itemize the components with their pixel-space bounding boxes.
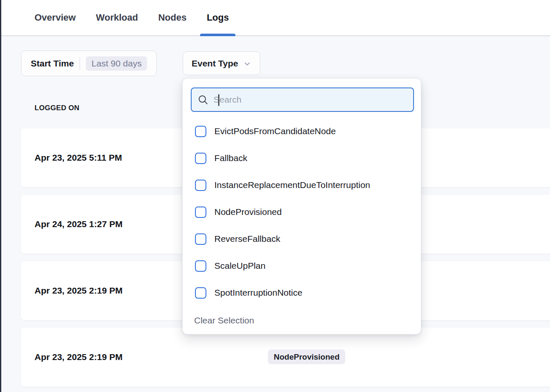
- start-time-value: Last 90 days: [86, 56, 147, 71]
- event-type-label: Event Type: [192, 58, 238, 69]
- filter-divider: [80, 57, 80, 70]
- option-evictpodsfromcandidatenode[interactable]: EvictPodsFromCandidateNode: [183, 118, 421, 145]
- tab-nodes[interactable]: Nodes: [152, 0, 193, 35]
- column-header-logged-on: LOGGED ON: [35, 104, 80, 112]
- option-label: NodeProvisioned: [214, 207, 282, 217]
- option-checkbox[interactable]: [195, 233, 206, 245]
- start-time-filter[interactable]: Start Time Last 90 days: [21, 50, 157, 76]
- option-label: Fallback: [214, 153, 247, 163]
- option-spotinterruptionnotice[interactable]: SpotInterruptionNotice: [183, 279, 421, 306]
- tab-overview[interactable]: Overview: [28, 0, 83, 35]
- option-label: EvictPodsFromCandidateNode: [214, 126, 336, 136]
- option-checkbox[interactable]: [195, 260, 206, 272]
- option-instancereplacementduetointerruption[interactable]: InstanceReplacementDueToInterruption: [183, 172, 421, 199]
- search-input[interactable]: [208, 88, 413, 111]
- option-fallback[interactable]: Fallback: [183, 145, 421, 172]
- event-type-options: EvictPodsFromCandidateNode Fallback Inst…: [183, 118, 421, 306]
- logged-on-value: Apr 23, 2025 5:11 PM: [35, 153, 122, 163]
- option-checkbox[interactable]: [195, 126, 206, 137]
- logs-page: Overview Workload Nodes Logs Start Time …: [0, 0, 550, 392]
- tab-overview-label: Overview: [35, 12, 76, 23]
- tab-logs[interactable]: Logs: [200, 0, 236, 35]
- option-nodeprovisioned[interactable]: NodeProvisioned: [183, 199, 421, 225]
- event-type-dropdown: EvictPodsFromCandidateNode Fallback Inst…: [182, 78, 421, 334]
- table-row[interactable]: Apr 23, 2025 2:19 PM NodeProvisioned: [21, 328, 550, 387]
- logged-on-value: Apr 23, 2025 2:19 PM: [35, 352, 123, 362]
- dropdown-search[interactable]: [191, 87, 414, 112]
- tab-logs-label: Logs: [207, 12, 229, 23]
- option-label: SpotInterruptionNotice: [214, 288, 302, 298]
- active-tab-indicator: [200, 34, 236, 36]
- option-checkbox[interactable]: [195, 287, 206, 299]
- tab-nodes-label: Nodes: [158, 12, 187, 23]
- clear-selection-button[interactable]: Clear Selection: [194, 315, 254, 326]
- option-checkbox[interactable]: [195, 180, 206, 191]
- logged-on-value: Apr 24, 2025 1:27 PM: [35, 219, 123, 229]
- tab-workload[interactable]: Workload: [89, 0, 145, 35]
- option-label: InstanceReplacementDueToInterruption: [214, 180, 370, 190]
- option-checkbox[interactable]: [195, 207, 206, 218]
- text-cursor: [218, 94, 219, 106]
- search-icon: [198, 94, 208, 105]
- option-scaleupplan[interactable]: ScaleUpPlan: [183, 252, 421, 279]
- option-checkbox[interactable]: [195, 153, 206, 164]
- chevron-down-icon: [243, 60, 251, 68]
- option-reversefallback[interactable]: ReverseFallback: [183, 225, 421, 252]
- start-time-label: Start Time: [31, 58, 74, 69]
- sidebar-edge: [0, 0, 1, 392]
- option-label: ReverseFallback: [214, 234, 280, 244]
- tab-bar: Overview Workload Nodes Logs: [0, 0, 550, 36]
- logged-on-value: Apr 23, 2025 2:19 PM: [35, 286, 123, 296]
- tab-workload-label: Workload: [96, 12, 138, 23]
- event-type-filter[interactable]: Event Type: [183, 51, 260, 75]
- option-label: ScaleUpPlan: [214, 261, 265, 271]
- event-type-badge: NodeProvisioned: [268, 350, 345, 364]
